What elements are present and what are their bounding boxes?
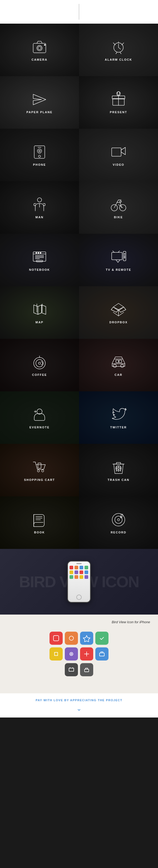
dropbox-icon (110, 301, 127, 318)
present-label: PRESENT (110, 111, 127, 114)
bike-icon (110, 196, 127, 213)
car-label: CAR (114, 373, 123, 376)
sticker-dark2 (80, 663, 93, 676)
footer-text: PAY WITH LOVE BY APPRECIATING THE PROJEC… (35, 699, 122, 702)
svg-point-31 (124, 253, 125, 254)
book-label: BOOK (34, 531, 45, 534)
tile-dropbox-content: DROPBOX (109, 301, 128, 324)
tile-present-content: PRESENT (110, 91, 127, 114)
svg-rect-75 (84, 669, 89, 672)
sticker-green (95, 632, 108, 645)
phone-icon (31, 144, 48, 160)
tile-man: MAN (0, 181, 79, 234)
phone-mockup (67, 561, 91, 603)
svg-point-69 (70, 652, 73, 655)
bird-view-section: Bird View Icon for iPhone (0, 615, 158, 693)
tile-trash-content: TRASH CAN (108, 459, 130, 482)
tile-car-content: CAR (110, 354, 127, 376)
bike-label: BIKE (114, 216, 123, 219)
tile-coffee-content: COFFEE (31, 354, 48, 376)
svg-point-43 (121, 364, 124, 367)
svg-point-27 (38, 252, 39, 253)
svg-point-32 (124, 255, 125, 256)
icon-grid: CAMERA ALARM CLOCK (0, 24, 158, 549)
sticker-yellow (50, 647, 63, 660)
svg-point-70 (71, 653, 72, 654)
alarm-clock-icon (110, 39, 127, 55)
tile-video-content: VIDEO (110, 144, 127, 166)
svg-rect-25 (36, 260, 43, 262)
svg-point-18 (120, 200, 122, 202)
tile-alarm-content: ALARM CLOCK (105, 39, 132, 61)
svg-point-68 (69, 636, 74, 640)
tile-camera: CAMERA (0, 24, 79, 76)
tile-phone: PHONE (0, 129, 79, 181)
sticker-blue (80, 632, 93, 645)
phone-mockup-container (67, 561, 91, 603)
notebook-icon (31, 249, 48, 266)
tv-remote-label: TV & REMOTE (106, 268, 131, 271)
book-icon (31, 512, 48, 528)
svg-point-63 (112, 514, 125, 526)
trash-can-label: TRASH CAN (108, 478, 130, 482)
sticker-red (50, 632, 63, 645)
man-label: MAN (35, 216, 44, 219)
sticker-blue2 (95, 647, 108, 660)
tile-trash-can: TRASH CAN (79, 444, 158, 496)
paper-plane-label: PAPER PLANE (26, 111, 52, 114)
sticker-purple (65, 647, 78, 660)
promo-section: BIRD VIEW ICON (0, 549, 158, 615)
video-icon (110, 144, 127, 160)
tile-shopping-cart: SHOPPING CART (0, 444, 79, 496)
sticker-dark1 (65, 663, 78, 676)
tile-evernote-content: EVERNOTE (29, 406, 50, 429)
coffee-label: COFFEE (32, 373, 47, 376)
twitter-icon (110, 406, 127, 423)
svg-point-12 (39, 150, 40, 152)
evernote-label: EVERNOTE (29, 426, 50, 429)
camera-label: CAMERA (32, 58, 47, 61)
video-label: VIDEO (113, 163, 124, 166)
svg-point-2 (38, 46, 41, 50)
phone-label: PHONE (33, 163, 46, 166)
svg-rect-29 (112, 252, 122, 260)
map-icon (31, 301, 48, 318)
tile-twitter: TWITTER (79, 391, 158, 444)
svg-point-9 (38, 155, 41, 157)
tile-dropbox: DROPBOX (79, 286, 158, 339)
svg-rect-44 (116, 360, 119, 363)
present-icon (110, 91, 127, 108)
record-label: RECORD (111, 531, 126, 534)
svg-rect-67 (53, 636, 59, 641)
svg-point-11 (37, 149, 42, 153)
hero-section (0, 0, 158, 24)
trash-can-icon (110, 459, 127, 476)
coffee-icon (31, 354, 48, 371)
sticker-row-1 (50, 632, 108, 645)
tile-map-content: MAP (31, 301, 48, 324)
tile-tv-content: TV & REMOTE (106, 249, 131, 271)
tile-notebook: NOTEBOOK (0, 234, 79, 286)
tile-evernote: EVERNOTE (0, 391, 79, 444)
bird-view-label: Bird View Icon for iPhone (112, 620, 150, 624)
tile-record: RECORD (79, 496, 158, 549)
sticker-orange (65, 632, 78, 645)
tile-book: BOOK (0, 496, 79, 549)
tv-remote-icon (110, 249, 127, 266)
svg-rect-71 (100, 653, 104, 656)
svg-point-50 (37, 470, 40, 472)
tile-car: CAR (79, 339, 158, 391)
record-icon (110, 512, 127, 528)
svg-point-38 (34, 358, 45, 369)
tile-video: VIDEO (79, 129, 158, 181)
twitter-label: TWITTER (110, 426, 127, 429)
sticker-row-2 (50, 647, 108, 660)
svg-rect-52 (38, 463, 41, 468)
svg-point-3 (44, 44, 45, 45)
map-label: MAP (35, 321, 44, 324)
tile-man-content: MAN (31, 196, 48, 219)
chevron-down-icon[interactable]: ⌄ (76, 705, 82, 712)
sticker-red2 (80, 647, 93, 660)
svg-point-26 (36, 252, 37, 253)
alarm-clock-label: ALARM CLOCK (105, 58, 132, 61)
